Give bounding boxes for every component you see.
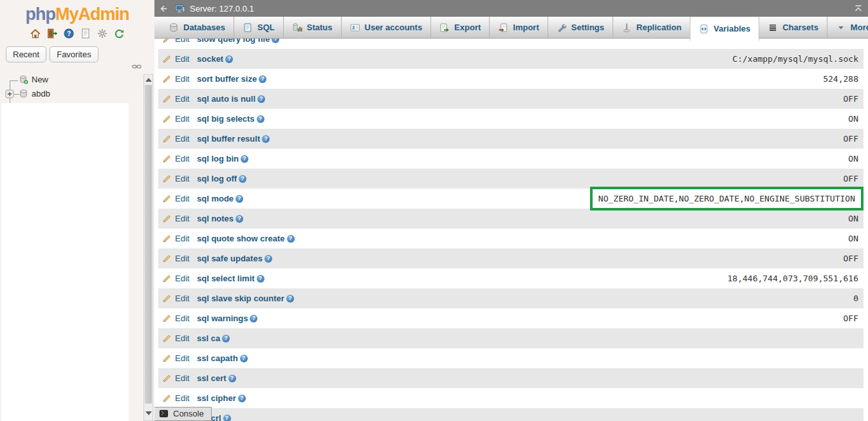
help-icon[interactable]: ? xyxy=(250,315,257,323)
replication-icon xyxy=(622,23,632,33)
scrollbar-down-arrow[interactable] xyxy=(145,411,152,415)
help-icon[interactable]: ? xyxy=(287,235,295,243)
variable-value: ON xyxy=(848,234,863,243)
table-row-sql-big-selects: Editsql big selects?ON xyxy=(158,109,863,129)
pencil-icon xyxy=(162,294,171,303)
help-icon[interactable]: ? xyxy=(238,395,246,402)
navigation-panel-body xyxy=(1,103,129,421)
edit-button[interactable]: Edit xyxy=(158,274,197,283)
help-icon[interactable]: ? xyxy=(257,275,264,283)
expand-plus-icon[interactable] xyxy=(5,89,14,98)
settings-icon xyxy=(557,23,567,33)
back-arrow-icon[interactable] xyxy=(154,0,171,17)
sidebar-item-abdb[interactable]: abdb xyxy=(19,89,50,98)
recent-button[interactable]: Recent xyxy=(6,46,46,62)
table-row-socket: Editsocket?C:/xampp/mysql/mysql.sock xyxy=(158,49,863,69)
console-button[interactable]: Console xyxy=(154,407,212,421)
sidebar-scrollbar[interactable] xyxy=(143,74,153,421)
tab-variables[interactable]: Variables xyxy=(690,17,759,41)
edit-button[interactable]: Edit xyxy=(158,234,197,243)
tab-databases[interactable]: Databases xyxy=(160,17,234,38)
collapse-top-icon[interactable] xyxy=(853,3,863,14)
edit-button[interactable]: Edit xyxy=(158,154,197,164)
help-icon[interactable]: ? xyxy=(239,175,246,183)
help-icon[interactable]: ? xyxy=(240,355,248,362)
tab-charsets[interactable]: Charsets xyxy=(759,17,827,38)
edit-button[interactable]: Edit xyxy=(158,313,197,323)
edit-label: Edit xyxy=(175,254,189,263)
tab-replication[interactable]: Replication xyxy=(613,17,690,38)
tab-import[interactable]: Import xyxy=(490,17,548,38)
edit-label: Edit xyxy=(175,274,189,283)
edit-button[interactable]: Edit xyxy=(158,174,197,183)
edit-button[interactable]: Edit xyxy=(158,393,197,403)
tab-more[interactable]: More xyxy=(827,17,868,38)
gear-icon[interactable] xyxy=(97,28,108,39)
help-icon[interactable]: ? xyxy=(235,195,243,203)
variable-value: C:/xampp/mysql/mysql.sock xyxy=(732,54,863,64)
edit-label: Edit xyxy=(175,373,189,383)
edit-button[interactable]: Edit xyxy=(158,134,197,144)
variable-name: sql notes? xyxy=(197,214,243,223)
help-icon[interactable]: ? xyxy=(257,115,264,123)
help-icon[interactable]: ? xyxy=(257,95,265,103)
edit-label: Edit xyxy=(175,353,189,363)
help-icon[interactable]: ? xyxy=(228,375,236,382)
help-icon[interactable]: ? xyxy=(241,155,248,163)
tab-settings[interactable]: Settings xyxy=(548,17,613,38)
edit-button[interactable]: Edit xyxy=(158,94,197,104)
variable-name-text: sql big selects xyxy=(197,114,255,124)
help-icon[interactable]: ? xyxy=(286,295,294,303)
table-row-sql-log-bin: Editsql log bin?ON xyxy=(158,149,863,169)
variable-name-text: sql log bin xyxy=(197,154,239,164)
edit-button[interactable]: Edit xyxy=(158,353,197,363)
pencil-icon xyxy=(162,234,171,243)
edit-button[interactable]: Edit xyxy=(158,254,197,263)
variable-name-text: sql auto is null xyxy=(197,94,255,104)
home-icon[interactable] xyxy=(30,28,41,39)
help-icon[interactable]: ? xyxy=(272,39,279,43)
edit-button[interactable]: Edit xyxy=(158,74,197,84)
link-icon[interactable] xyxy=(132,62,142,71)
edit-button[interactable]: Edit xyxy=(158,54,197,64)
edit-button[interactable]: Edit xyxy=(158,114,197,124)
edit-button[interactable]: Edit xyxy=(158,373,197,383)
tab-export[interactable]: Export xyxy=(431,17,490,38)
phpmyadmin-app: phpMyAdmin ? Recent Favorites New abdb xyxy=(0,0,868,421)
help-icon[interactable]: ? xyxy=(259,75,266,83)
phpmyadmin-logo[interactable]: phpMyAdmin xyxy=(0,5,154,24)
docs-icon[interactable] xyxy=(80,28,91,39)
table-row-sql-warnings: Editsql warnings?OFF xyxy=(158,308,863,328)
tab-label: Settings xyxy=(571,23,604,32)
variable-name: sql big selects? xyxy=(197,114,264,124)
sidebar-nav-icons: ? xyxy=(0,28,154,39)
help-icon[interactable]: ? xyxy=(222,335,230,342)
edit-button[interactable]: Edit xyxy=(158,214,197,223)
server-breadcrumb[interactable]: Server: 127.0.0.1 xyxy=(190,4,254,14)
tab-status[interactable]: Status xyxy=(284,17,342,38)
variable-name-text: sql log off xyxy=(197,174,237,183)
table-row-sql-safe-updates: Editsql safe updates?OFF xyxy=(158,248,863,268)
edit-button[interactable]: Edit xyxy=(158,39,197,44)
logout-icon[interactable] xyxy=(46,28,58,39)
pencil-icon xyxy=(162,334,171,343)
variable-name: sql quote show create? xyxy=(197,234,295,243)
help-icon[interactable]: ? xyxy=(223,415,231,421)
help-icon[interactable]: ? xyxy=(264,255,272,263)
help-icon[interactable]: ? xyxy=(262,135,270,143)
reload-icon[interactable] xyxy=(113,28,125,39)
scrollbar-up-arrow[interactable] xyxy=(145,78,152,82)
edit-button[interactable]: Edit xyxy=(158,294,197,303)
tab-label: Replication xyxy=(636,23,681,32)
help-icon[interactable]: ? xyxy=(235,215,243,223)
tab-sql[interactable]: SQL xyxy=(234,17,284,38)
table-row-sql-slave-skip-counter: Editsql slave skip counter?0 xyxy=(158,288,863,308)
scrollbar-thumb[interactable] xyxy=(145,85,152,404)
favorites-button[interactable]: Favorites xyxy=(50,46,98,62)
edit-button[interactable]: Edit xyxy=(158,333,197,343)
edit-button[interactable]: Edit xyxy=(158,194,197,203)
help-icon[interactable]: ? xyxy=(63,28,75,39)
help-icon[interactable]: ? xyxy=(225,55,233,63)
sidebar-item-new-database[interactable]: New xyxy=(19,75,48,84)
tab-user-accounts[interactable]: User accounts xyxy=(342,17,432,38)
